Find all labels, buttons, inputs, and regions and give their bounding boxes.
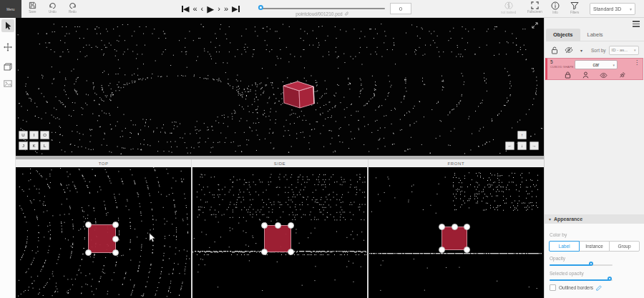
step-back-button[interactable]: ‹ [200,5,205,13]
key-i[interactable]: I [29,131,39,139]
opacity-slider[interactable] [550,262,613,269]
object-pin-button[interactable] [619,71,625,79]
filename-label: pointcloud/001210.pcd [260,11,385,16]
outlined-borders-checkbox[interactable] [550,284,556,291]
arrow-up-button[interactable]: ↑ [517,131,527,139]
panel-menu-button[interactable] [633,21,640,27]
lock-all-button[interactable] [551,46,558,54]
chevron-down-icon: ▾ [630,6,632,11]
bbox-top-view[interactable] [88,224,116,253]
timeline-handle[interactable] [258,5,263,10]
filter-icon [570,1,579,10]
annotation-cuboid-3d[interactable] [281,79,316,109]
object-shape-label: CUBOID SHAPE [550,65,574,69]
brain-icon [504,1,513,10]
eye-slash-icon [565,46,573,54]
resize-handle[interactable] [261,222,268,229]
skip-end-button[interactable]: ▶ [231,5,240,13]
opacity-slider-handle[interactable] [589,262,593,266]
arrow-left-button[interactable]: ← [505,141,514,150]
person-icon [582,71,589,79]
fullscreen-button[interactable]: Fullscreen [527,1,542,14]
resize-handle[interactable] [112,222,119,228]
redo-button[interactable]: Redo [69,1,77,14]
save-icon [29,1,36,9]
arrow-right-button[interactable]: → [530,141,539,150]
front-view-label: FRONT [368,159,544,167]
opacity-label: Opacity [550,256,565,261]
object-list-item-selected[interactable]: 5 CUBOID SHAPE car ▾ ⋮ [545,58,643,80]
visibility-all-button[interactable] [565,46,573,54]
cuboid-icon [4,63,12,71]
front-view-panel [367,167,544,298]
color-by-group-button[interactable]: Group [609,241,640,252]
lock-icon [565,71,571,79]
resize-handle[interactable] [112,236,119,242]
tab-labels[interactable]: Labels [580,29,610,41]
resize-handle[interactable] [288,249,294,255]
frame-number-input[interactable] [390,3,411,14]
resize-handle[interactable] [275,222,281,229]
appearance-header[interactable]: ▾ Appearance [545,214,644,224]
skip-start-button[interactable]: ◀ [181,5,190,13]
timeline-track [260,8,385,9]
expand-icon [532,22,538,29]
paperclip-icon[interactable] [344,11,349,16]
resize-handle[interactable] [288,222,294,229]
play-button[interactable]: ▶ [206,4,215,14]
arrow-down-button[interactable]: ↓ [517,141,527,150]
cuboid-tool-button[interactable] [1,60,14,73]
filters-button[interactable]: Filters [570,1,579,14]
bbox-front-view[interactable] [441,227,467,250]
pencil-icon[interactable] [596,285,602,291]
info-button[interactable]: Info [551,1,560,14]
image-tool-button[interactable] [1,77,14,90]
left-tool-rail [0,18,16,298]
object-visibility-button[interactable] [600,72,608,79]
object-class-select[interactable]: car ▾ [575,60,618,69]
key-l[interactable]: L [40,141,49,150]
color-by-label-button[interactable]: Label [549,241,580,252]
step-forward-button[interactable]: › [217,5,221,13]
rotate-key-hints-2: J K L [19,141,49,150]
resize-handle[interactable] [85,222,92,228]
chevron-down-icon[interactable]: ▾ [580,48,582,53]
not-trained-button[interactable]: not trained [501,1,516,14]
selected-opacity-slider-handle[interactable] [608,277,612,281]
bbox-side-view[interactable] [264,225,291,252]
resize-handle[interactable] [261,249,268,255]
key-j[interactable]: J [19,141,28,150]
fast-forward-button[interactable]: » [223,5,229,13]
sort-order-select[interactable]: ID - as... ▾ [609,46,639,55]
lock-icon [551,46,558,54]
expand-view-button[interactable] [532,22,538,29]
object-id: 5 [550,59,553,64]
rotate-key-hints: U I O [19,131,49,139]
color-by-label: Color by [550,232,567,237]
resize-handle[interactable] [439,224,445,230]
selected-opacity-slider[interactable] [550,277,613,284]
redo-icon [69,1,77,9]
tab-objects[interactable]: Objects [546,29,580,41]
key-u[interactable]: U [19,131,28,139]
save-button[interactable]: Save [29,1,36,14]
resize-handle[interactable] [85,249,92,256]
resize-handle[interactable] [112,249,119,256]
view-mode-select[interactable]: Standard 3D ▾ [590,3,635,15]
select-tool-button[interactable] [1,19,14,32]
pan-tool-button[interactable] [1,41,14,54]
menu-button[interactable]: Menu [0,0,21,18]
key-k[interactable]: K [29,141,39,150]
fast-backward-button[interactable]: « [192,5,197,13]
main-view-canvas[interactable] [16,18,544,156]
side-view-label: SIDE [191,159,367,167]
key-o[interactable]: O [40,131,49,139]
object-lock-button[interactable] [565,71,571,79]
object-more-button[interactable]: ⋮ [632,59,642,66]
color-by-instance-button[interactable]: Instance [579,241,610,252]
undo-button[interactable]: Undo [49,1,57,14]
appearance-title: Appearance [554,217,582,222]
object-member-button[interactable] [582,71,589,79]
fullscreen-icon [531,1,539,9]
resize-handle[interactable] [452,224,458,230]
